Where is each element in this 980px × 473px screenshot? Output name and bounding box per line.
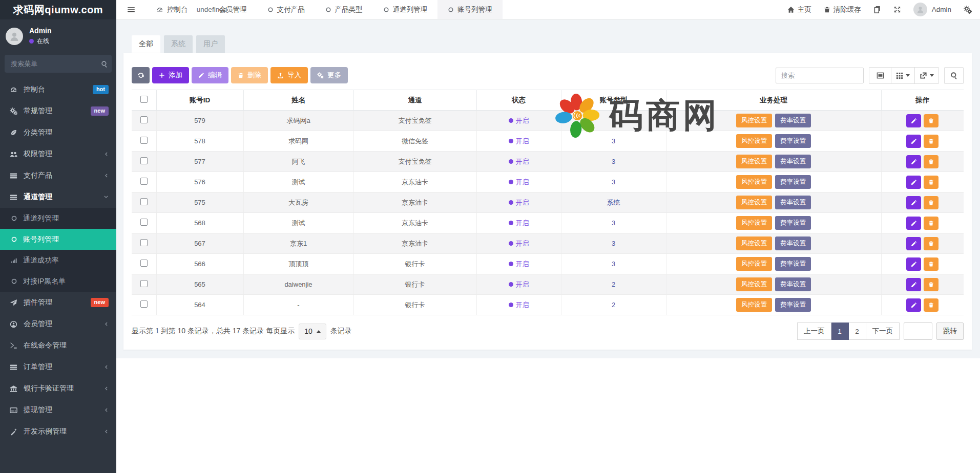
topnav-tab[interactable]: 产品类型 [315,0,373,19]
sidebar-subitem[interactable]: 通道列管理 [0,208,116,229]
row-edit-button[interactable] [906,298,921,312]
sidebar-item[interactable]: 会员管理 [0,313,116,335]
row-checkbox[interactable] [140,198,148,205]
account-type-link[interactable]: 3 [612,137,615,145]
jump-button[interactable]: 跳转 [936,322,964,340]
export-button[interactable] [915,67,939,84]
risk-settings-button[interactable]: 风控设置 [736,196,772,209]
topnav-tab[interactable]: 通道列管理 [373,0,438,19]
row-delete-button[interactable] [924,217,939,230]
sidebar-item[interactable]: 开发示例管理 [0,421,116,442]
row-delete-button[interactable] [924,135,939,148]
fullscreen-button[interactable] [893,6,901,13]
rate-settings-button[interactable]: 费率设置 [775,114,811,127]
table-search-input[interactable] [781,68,858,83]
sidebar-item[interactable]: 银行卡验证管理 [0,378,116,399]
account-type-link[interactable]: 3 [612,260,615,268]
row-edit-button[interactable] [906,257,921,271]
topnav-tab[interactable]: undefined会员管理 [198,0,257,19]
user-menu[interactable]: Admin [913,3,951,16]
search-button[interactable] [944,67,964,84]
sidebar-item[interactable]: 常规管理new [0,100,116,122]
row-checkbox[interactable] [140,280,148,287]
sidebar-item[interactable]: 订单管理 [0,356,116,378]
rate-settings-button[interactable]: 费率设置 [775,175,811,189]
sidebar-item[interactable]: 控制台hot [0,79,116,100]
row-delete-button[interactable] [924,114,939,127]
sidebar-subitem[interactable]: 对接IP黑名单 [0,271,116,292]
clear-cache-button[interactable]: 清除缓存 [824,5,861,14]
risk-settings-button[interactable]: 风控设置 [736,298,772,312]
add-button[interactable]: 添加 [152,67,189,83]
risk-settings-button[interactable]: 风控设置 [736,257,772,271]
row-delete-button[interactable] [924,298,939,312]
rate-settings-button[interactable]: 费率设置 [775,155,811,168]
prev-page-button[interactable]: 上一页 [797,322,831,340]
row-edit-button[interactable] [906,217,921,230]
row-delete-button[interactable] [924,257,939,271]
risk-settings-button[interactable]: 风控设置 [736,155,772,168]
rate-settings-button[interactable]: 费率设置 [775,236,811,250]
row-edit-button[interactable] [906,237,921,250]
account-type-link[interactable]: 3 [612,158,615,165]
copy-docs-button[interactable] [873,6,881,13]
delete-button[interactable]: 删除 [231,67,268,83]
jump-page-input[interactable] [904,322,932,340]
rate-settings-button[interactable]: 费率设置 [775,134,811,148]
settings-button[interactable] [964,6,972,14]
account-type-link[interactable]: 3 [612,240,615,247]
sidebar-item[interactable]: 在线命令管理 [0,335,116,356]
columns-button[interactable] [891,67,915,84]
topnav-tab[interactable]: 控制台 [146,0,198,19]
row-checkbox[interactable] [140,137,148,144]
row-edit-button[interactable] [906,155,921,168]
import-button[interactable]: 导入 [270,67,308,83]
risk-settings-button[interactable]: 风控设置 [736,134,772,148]
sidebar-item[interactable]: 通道管理 [0,186,116,208]
row-checkbox[interactable] [140,116,148,123]
select-all-checkbox[interactable] [140,96,148,103]
row-edit-button[interactable] [906,114,921,127]
page-number-button[interactable]: 2 [849,322,866,340]
user-avatar[interactable] [6,28,23,45]
sidebar-item[interactable]: 提现管理 [0,399,116,421]
row-delete-button[interactable] [924,278,939,291]
rate-settings-button[interactable]: 费率设置 [775,257,811,271]
sidebar-toggle-button[interactable] [116,0,146,19]
risk-settings-button[interactable]: 风控设置 [736,236,772,250]
sidebar-item[interactable]: 插件管理new [0,292,116,313]
sidebar-subitem[interactable]: 账号列管理 [0,229,116,250]
refresh-button[interactable] [132,67,150,83]
sidebar-subitem[interactable]: 通道成功率 [0,250,116,271]
detail-view-button[interactable] [869,67,891,84]
menu-search-input[interactable] [11,60,101,68]
content-tab[interactable]: 用户 [196,35,225,53]
row-edit-button[interactable] [906,278,921,291]
rate-settings-button[interactable]: 费率设置 [775,277,811,291]
row-delete-button[interactable] [924,196,939,209]
sidebar-item[interactable]: 权限管理 [0,143,116,165]
next-page-button[interactable]: 下一页 [866,322,900,340]
home-link[interactable]: 主页 [787,5,811,14]
risk-settings-button[interactable]: 风控设置 [736,114,772,127]
topnav-tab[interactable]: 支付产品 [257,0,315,19]
sidebar-item[interactable]: 支付产品 [0,165,116,186]
account-type-link[interactable]: 3 [612,219,615,227]
row-delete-button[interactable] [924,237,939,250]
topnav-tab[interactable]: 账号列管理 [437,0,503,19]
account-type-link[interactable]: 3 [612,178,615,186]
rate-settings-button[interactable]: 费率设置 [775,216,811,230]
row-checkbox[interactable] [140,300,148,308]
edit-button[interactable]: 编辑 [192,67,228,83]
row-delete-button[interactable] [924,176,939,189]
per-page-select[interactable]: 10 [299,324,326,339]
more-button[interactable]: 更多 [310,67,348,83]
account-type-link[interactable]: 2 [612,281,615,288]
content-tab[interactable]: 系统 [164,35,193,53]
account-type-link[interactable]: 系统 [607,199,620,206]
risk-settings-button[interactable]: 风控设置 [736,175,772,189]
row-checkbox[interactable] [140,178,148,185]
row-edit-button[interactable] [906,135,921,148]
row-edit-button[interactable] [906,196,921,209]
row-checkbox[interactable] [140,260,148,267]
